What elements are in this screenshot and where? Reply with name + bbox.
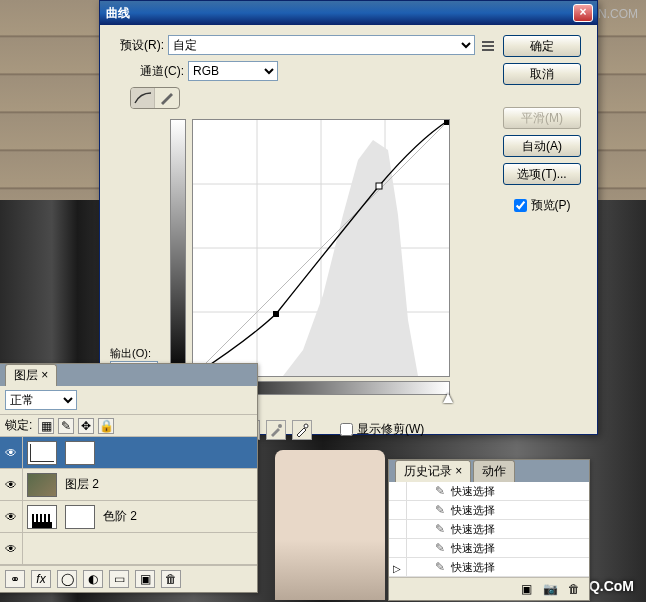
history-row[interactable]: ✎快速选择 bbox=[389, 482, 589, 501]
show-clip-label: 显示修剪(W) bbox=[357, 421, 424, 438]
preview-checkbox[interactable]: 预览(P) bbox=[514, 197, 571, 214]
auto-button[interactable]: 自动(A) bbox=[503, 135, 581, 157]
layer-name[interactable]: 色阶 2 bbox=[99, 508, 257, 525]
layer-row[interactable]: 👁 bbox=[0, 533, 257, 565]
delete-state-icon[interactable]: 🗑 bbox=[565, 581, 583, 597]
blend-mode-select[interactable]: 正常 bbox=[5, 390, 77, 410]
curve-tool-group bbox=[130, 87, 180, 109]
tab-layers[interactable]: 图层 × bbox=[5, 364, 57, 386]
cancel-button[interactable]: 取消 bbox=[503, 63, 581, 85]
eyedropper-white-icon[interactable] bbox=[292, 420, 312, 440]
show-clip-checkbox[interactable]: 显示修剪(W) bbox=[340, 421, 424, 438]
svg-point-17 bbox=[278, 424, 282, 428]
layer-fx-icon[interactable]: fx bbox=[31, 570, 51, 588]
preset-select[interactable]: 自定 bbox=[168, 35, 475, 55]
layer-mask-thumb[interactable] bbox=[65, 441, 95, 465]
snapshot-icon[interactable]: 📷 bbox=[541, 581, 559, 597]
layer-thumb-levels[interactable] bbox=[27, 505, 57, 529]
preset-menu-icon[interactable] bbox=[479, 36, 497, 54]
svg-rect-13 bbox=[376, 183, 382, 189]
create-document-icon[interactable]: ▣ bbox=[517, 581, 535, 597]
history-panel: 历史记录 × 动作 ✎快速选择 ✎快速选择 ✎快速选择 ✎快速选择 ✎快速选择 … bbox=[388, 459, 590, 601]
history-row[interactable]: ✎快速选择 bbox=[389, 501, 589, 520]
layers-bottom-toolbar: ⚭ fx ◯ ◐ ▭ ▣ 🗑 bbox=[0, 565, 257, 592]
channel-select[interactable]: RGB bbox=[188, 61, 278, 81]
preview-input[interactable] bbox=[514, 199, 527, 212]
history-cursor-icon: ▷ bbox=[393, 563, 401, 574]
dialog-title: 曲线 bbox=[106, 5, 573, 22]
svg-rect-0 bbox=[482, 41, 494, 43]
quickselect-icon: ✎ bbox=[429, 484, 451, 498]
history-bottom-toolbar: ▣ 📷 🗑 bbox=[389, 577, 589, 600]
layer-mask-thumb[interactable] bbox=[65, 505, 95, 529]
history-row[interactable]: ✎快速选择 bbox=[389, 539, 589, 558]
layer-row[interactable]: 👁 bbox=[0, 437, 257, 469]
curve-graph[interactable] bbox=[192, 119, 450, 377]
history-row[interactable]: ✎快速选择 bbox=[389, 558, 589, 577]
close-icon[interactable]: × bbox=[573, 4, 593, 22]
quickselect-icon: ✎ bbox=[429, 522, 451, 536]
quickselect-icon: ✎ bbox=[429, 560, 451, 574]
lock-label: 锁定: bbox=[5, 417, 32, 434]
ok-button[interactable]: 确定 bbox=[503, 35, 581, 57]
visibility-eye-icon[interactable]: 👁 bbox=[0, 437, 23, 469]
output-label: 输出(O): bbox=[110, 346, 166, 361]
visibility-eye-icon[interactable]: 👁 bbox=[0, 501, 23, 533]
channel-label: 通道(C): bbox=[130, 63, 184, 80]
layer-name[interactable]: 图层 2 bbox=[61, 476, 257, 493]
options-button[interactable]: 选项(T)... bbox=[503, 163, 581, 185]
visibility-eye-icon[interactable]: 👁 bbox=[0, 469, 23, 501]
layer-mask-icon[interactable]: ◯ bbox=[57, 570, 77, 588]
quickselect-icon: ✎ bbox=[429, 503, 451, 517]
white-point-slider[interactable] bbox=[443, 393, 453, 403]
layers-panel: 图层 × 正常 锁定: ▦ ✎ ✥ 🔒 👁 👁 图层 2 👁 色阶 2 bbox=[0, 363, 258, 593]
smooth-button: 平滑(M) bbox=[503, 107, 581, 129]
layers-tabs: 图层 × bbox=[0, 364, 257, 386]
svg-point-18 bbox=[304, 424, 308, 428]
delete-layer-icon[interactable]: 🗑 bbox=[161, 570, 181, 588]
layer-group-icon[interactable]: ▭ bbox=[109, 570, 129, 588]
vertical-gradient bbox=[170, 119, 186, 377]
lock-position-icon[interactable]: ✥ bbox=[78, 418, 94, 434]
tab-actions[interactable]: 动作 bbox=[473, 460, 515, 482]
preset-label: 预设(R): bbox=[110, 37, 164, 54]
lock-pixels-icon[interactable]: ✎ bbox=[58, 418, 74, 434]
layer-row[interactable]: 👁 色阶 2 bbox=[0, 501, 257, 533]
svg-rect-1 bbox=[482, 45, 494, 47]
lock-transparent-icon[interactable]: ▦ bbox=[38, 418, 54, 434]
preview-label: 预览(P) bbox=[531, 197, 571, 214]
lock-all-icon[interactable]: 🔒 bbox=[98, 418, 114, 434]
new-layer-icon[interactable]: ▣ bbox=[135, 570, 155, 588]
visibility-eye-icon[interactable]: 👁 bbox=[0, 533, 23, 565]
svg-rect-12 bbox=[273, 311, 279, 317]
history-list: ✎快速选择 ✎快速选择 ✎快速选择 ✎快速选择 ✎快速选择 bbox=[389, 482, 589, 577]
svg-rect-15 bbox=[444, 120, 449, 125]
history-row[interactable]: ✎快速选择 bbox=[389, 520, 589, 539]
layer-list: 👁 👁 图层 2 👁 色阶 2 👁 bbox=[0, 437, 257, 565]
tab-history[interactable]: 历史记录 × bbox=[395, 460, 471, 482]
svg-rect-2 bbox=[482, 49, 494, 51]
titlebar[interactable]: 曲线 × bbox=[100, 1, 597, 25]
curve-point-tool-icon[interactable] bbox=[131, 88, 155, 108]
link-layers-icon[interactable]: ⚭ bbox=[5, 570, 25, 588]
adjustment-layer-icon[interactable]: ◐ bbox=[83, 570, 103, 588]
eyedropper-gray-icon[interactable] bbox=[266, 420, 286, 440]
layer-thumb-photo[interactable] bbox=[27, 473, 57, 497]
quickselect-icon: ✎ bbox=[429, 541, 451, 555]
layer-thumb-curves[interactable] bbox=[27, 441, 57, 465]
history-tabs: 历史记录 × 动作 bbox=[389, 460, 589, 482]
layer-row[interactable]: 👁 图层 2 bbox=[0, 469, 257, 501]
show-clip-input[interactable] bbox=[340, 423, 353, 436]
curve-pencil-tool-icon[interactable] bbox=[155, 88, 179, 108]
